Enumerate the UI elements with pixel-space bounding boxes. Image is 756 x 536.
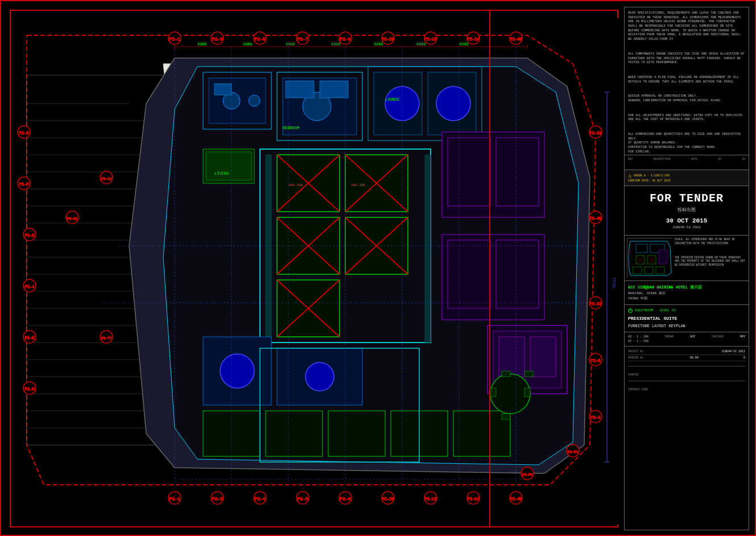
svg-text:P2-6: P2-6 (297, 496, 308, 501)
svg-rect-70 (266, 411, 323, 456)
svg-text:6000: 6000 (416, 42, 426, 47)
drawing-area: P2-1 P2-3 P2-5 P2-7 P2-8 P2-10 P2-13 P2-… (7, 7, 621, 530)
svg-text:P2-21: P2-21 (67, 217, 77, 221)
svg-text:P2-M: P2-M (25, 387, 35, 391)
svg-text:P2-2: P2-2 (212, 496, 222, 501)
svg-text:P2-12: P2-12 (101, 177, 111, 181)
drawing-no-row: DRAWING No. 90.00 0 (628, 355, 745, 361)
svg-text:P2-J: P2-J (25, 285, 35, 289)
svg-text:P2-13: P2-13 (424, 37, 436, 42)
for-tender-code: JLB040-51 2011 (628, 225, 745, 229)
svg-rect-80 (530, 337, 556, 377)
svg-text:P2-M4: P2-M4 (568, 450, 578, 454)
notes-text-10: FOR SIMILAR. (628, 150, 745, 154)
svg-rect-194 (659, 250, 667, 264)
scale-row-1: A3 - 1 : 100 DRAWN ACP CHECKED MAY (628, 335, 745, 339)
svg-rect-71 (328, 411, 385, 456)
svg-text:P2-H: P2-H (25, 233, 35, 238)
drawing-subtitle: PRESIDENTIAL SUITE (628, 315, 745, 321)
bottom-info: PROJECT No. JLB040-51 2011 DRAWING No. 9… (625, 347, 749, 395)
svg-text:P2-3: P2-3 (212, 36, 222, 42)
cad-floor-plan: P2-1 P2-3 P2-5 P2-7 P2-8 P2-10 P2-13 P2-… (15, 18, 618, 525)
svg-text:P2-40: P2-40 (510, 37, 522, 42)
notes-area: READ SPECIFICATIONS, REQUIREMENTS AND LE… (625, 7, 749, 155)
svg-text:P2-18: P2-18 (589, 131, 601, 135)
svg-text:P2-K: P2-K (25, 336, 35, 340)
svg-text:100-108: 100-108 (351, 183, 366, 187)
scale-row-2: A2 - 1 : 200 (628, 339, 745, 344)
svg-text:LOUNGE: LOUNGE (385, 97, 399, 102)
drawing-type-icon: ⊞ (628, 308, 633, 313)
svg-text:P2-10: P2-10 (382, 37, 394, 42)
svg-text:P2-8: P2-8 (340, 36, 350, 42)
project-city: NANJING, CHINA 南京 (628, 291, 745, 296)
svg-point-40 (436, 86, 470, 121)
drawing-type: ⊞ GUESTROOM - LEVEL G5 (628, 308, 745, 313)
svg-rect-58 (425, 155, 431, 343)
notes-text-7: ALL DIMENSIONS AND QUANTITIES ARE TO SIZ… (628, 132, 745, 141)
svg-rect-57 (266, 155, 271, 343)
svg-text:6000: 6000 (459, 42, 469, 47)
thumbnail-area: SCALE: ALL DIMENSIONS ARE TO BE READ IN … (625, 236, 749, 281)
svg-rect-76 (206, 152, 251, 180)
notes-text-5: GENERAL CONFIRMATION OR APPROVAL FOR DET… (628, 98, 745, 103)
svg-text:9000: 9000 (197, 42, 207, 47)
svg-rect-82 (502, 371, 510, 377)
warning-icon: ⚠ (628, 172, 631, 179)
notes-text-2: ALL COMPONENTS SHOWN INDICATE THE SIZE A… (628, 52, 745, 65)
svg-rect-60 (448, 138, 490, 206)
svg-text:P2-14: P2-14 (467, 497, 479, 501)
svg-text:6000: 6000 (243, 42, 253, 47)
notes-text-3: WHEN CHOOSING A PLAN VIEW, INCLUDE AN AC… (628, 75, 745, 84)
svg-text:P2-18: P2-18 (589, 302, 601, 306)
svg-point-68 (305, 362, 334, 391)
for-tender-title: FOR TENDER (628, 192, 745, 205)
svg-text:P2-4: P2-4 (254, 496, 265, 501)
svg-text:P2-14: P2-14 (467, 37, 479, 42)
for-tender-date: 30 OCT 2015 (628, 217, 745, 224)
for-tender-chinese: 投标出图 (628, 207, 745, 213)
svg-rect-35 (320, 81, 348, 98)
thumbnail-drawing (627, 238, 672, 278)
svg-text:LIVING: LIVING (214, 171, 229, 176)
contract-name-row: CONTRACT NAME (628, 381, 745, 393)
title-block: READ SPECIFICATIONS, REQUIREMENTS AND LE… (624, 7, 749, 530)
furniture-layout-title: FURNITURE LAYOUT KEYPLAN (628, 324, 745, 328)
notes-text-9: CONTRACTOR IS RESPONSIBLE FOR THE CORREC… (628, 145, 745, 150)
svg-text:100-108: 100-108 (288, 183, 303, 187)
drawing-title-area: ⊞ GUESTROOM - LEVEL G5 PRESIDENTIAL SUIT… (625, 305, 749, 332)
svg-rect-63 (448, 240, 490, 308)
for-tender-section: FOR TENDER 投标出图 30 OCT 2015 JLB040-51 20… (625, 186, 749, 236)
revision-block: REV DESCRIPTION DATE BY CH (625, 155, 749, 170)
svg-rect-84 (490, 388, 496, 397)
warning-subtext: CONFIRM DATE: 30 OCT 2015 (628, 179, 745, 183)
svg-text:P2-F: P2-F (19, 182, 29, 187)
svg-text:P2-M4: P2-M4 (522, 473, 532, 477)
project-code-row: PROJECT No. JLB040-51 2011 (628, 349, 745, 355)
svg-text:P2-10: P2-10 (382, 497, 394, 501)
svg-text:P2-C: P2-C (591, 415, 601, 420)
svg-text:BEDROOM: BEDROOM (283, 126, 299, 130)
notes-text-1: READ SPECIFICATIONS, REQUIREMENTS AND LE… (628, 11, 745, 42)
svg-rect-85 (524, 388, 530, 397)
warning-area: ⚠ GRADE A - 1:100/1:200 CONFIRM DATE: 30… (625, 170, 749, 186)
svg-text:P2-1: P2-1 (169, 496, 180, 501)
thumbnail-notes: SCALE: ALL DIMENSIONS ARE TO BE READ IN … (672, 238, 746, 278)
svg-point-81 (490, 374, 530, 414)
project-country: CHINA 中国 (628, 296, 745, 301)
purpose-row: PURPOSE (628, 366, 745, 378)
warning-text: GRADE A - 1:100/1:200 (634, 174, 670, 178)
svg-text:P2-1: P2-1 (169, 36, 180, 42)
svg-rect-83 (524, 371, 533, 377)
svg-rect-30 (214, 84, 232, 95)
project-info: ACC JIUQUAN HAINING HOTEL 滦川店 NANJING, C… (625, 281, 749, 305)
drawing-type-text: GUESTROOM - LEVEL G5 (635, 308, 676, 312)
project-name: ACC JIUQUAN HAINING HOTEL 滦川店 (628, 285, 745, 291)
svg-text:6000: 6000 (286, 42, 295, 47)
svg-rect-34 (286, 81, 314, 98)
main-container: P2-1 P2-3 P2-5 P2-7 P2-8 P2-10 P2-13 P2-… (0, 0, 756, 536)
svg-point-29 (249, 95, 260, 106)
notes-text-4: DESIGN APPROVAL OR CONSTRUCTION ONLY. (628, 94, 745, 98)
svg-text:P2-B: P2-B (591, 358, 601, 363)
svg-text:P2-43: P2-43 (510, 497, 522, 501)
